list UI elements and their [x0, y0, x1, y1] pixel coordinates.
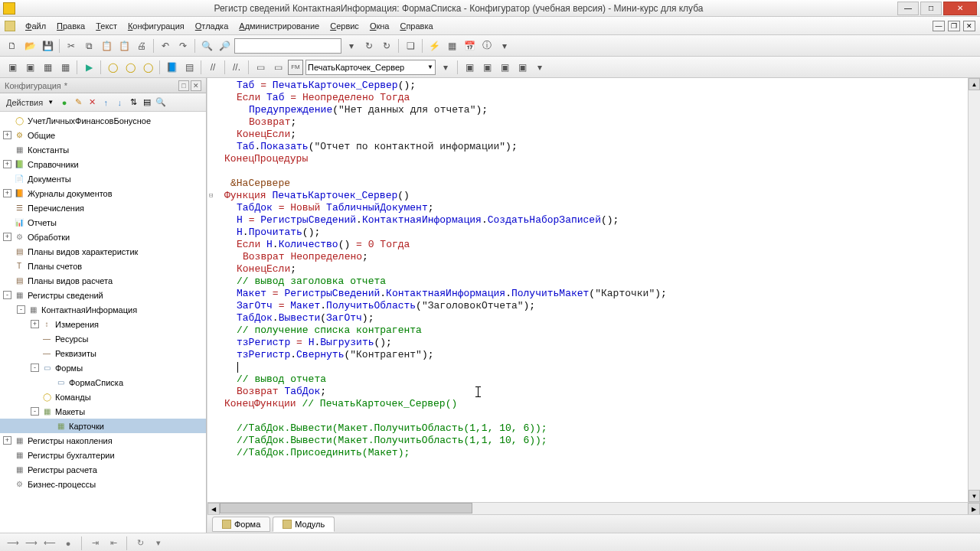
menu-Сервис[interactable]: Сервис: [325, 19, 364, 33]
calendar-icon[interactable]: 📅: [462, 38, 477, 54]
menu-Отладка[interactable]: Отладка: [190, 19, 234, 33]
menu-Справка[interactable]: Справка: [394, 19, 438, 33]
sort-icon[interactable]: ⇅: [127, 96, 139, 109]
panel-close-icon[interactable]: ✕: [191, 80, 201, 91]
tree-item-Планы видов характеристик[interactable]: ▤Планы видов характеристик: [0, 244, 206, 259]
refresh2-icon[interactable]: ↻: [379, 38, 394, 54]
x4-icon[interactable]: ▣: [514, 60, 530, 75]
globe2-icon[interactable]: ◯: [122, 60, 138, 75]
tree-item-Планы видов расчета[interactable]: ▤Планы видов расчета: [0, 273, 206, 288]
close-button[interactable]: ✕: [943, 2, 977, 15]
vertical-scrollbar[interactable]: ▲▼: [968, 78, 980, 502]
db-icon[interactable]: ▣: [5, 60, 20, 75]
expander-icon[interactable]: -: [3, 291, 11, 299]
tree-item-Документы[interactable]: 📄Документы: [0, 171, 206, 186]
code-editor[interactable]: Таб = ПечатьКарточек_Сервер();Если Таб =…: [207, 78, 968, 502]
db4-icon[interactable]: ▦: [57, 60, 73, 75]
slash2-icon[interactable]: //.: [229, 60, 244, 75]
mdi-restore-button[interactable]: ❐: [948, 21, 960, 31]
expander-icon[interactable]: -: [31, 364, 39, 372]
tree-item-Макеты[interactable]: -▦Макеты: [0, 404, 206, 419]
tree-item-Перечисления[interactable]: ☰Перечисления: [0, 201, 206, 215]
tree-item-Команды[interactable]: ◯Команды: [0, 390, 206, 404]
expander-icon[interactable]: +: [3, 160, 11, 168]
tree-item-Константы[interactable]: ▦Константы: [0, 142, 206, 157]
outdent-icon[interactable]: ⇤: [106, 536, 120, 550]
search-input[interactable]: [234, 38, 341, 54]
proc-icon[interactable]: ▭: [253, 60, 268, 75]
tree-item-Регистры расчета[interactable]: ▦Регистры расчета: [0, 462, 206, 477]
config-tree[interactable]: ◯УчетЛичныхФинансовБонусное+⚙Общие▦Конст…: [0, 112, 206, 533]
tree-item-Измерения[interactable]: +↕Измерения: [0, 317, 206, 331]
undo-icon[interactable]: ↶: [158, 38, 173, 54]
redo-icon[interactable]: ↷: [175, 38, 191, 54]
more2-icon[interactable]: ▾: [532, 60, 547, 75]
expander-icon[interactable]: -: [31, 407, 39, 416]
expander-icon[interactable]: +: [3, 189, 11, 197]
slash-icon[interactable]: //: [205, 60, 220, 75]
tree-item-КонтактнаяИнформация[interactable]: -▦КонтактнаяИнформация: [0, 302, 206, 317]
db3-icon[interactable]: ▦: [40, 60, 55, 75]
tree-item-Карточки[interactable]: ▦Карточки: [0, 419, 206, 433]
open-icon[interactable]: 📂: [22, 38, 38, 54]
app-menu-icon[interactable]: [5, 21, 15, 31]
mdi-minimize-button[interactable]: —: [933, 21, 945, 31]
refresh-icon[interactable]: ↻: [361, 38, 377, 54]
tree-item-Обработки[interactable]: +⚙Обработки: [0, 230, 206, 244]
tree-item-Справочники[interactable]: +📗Справочники: [0, 157, 206, 171]
save-icon[interactable]: 💾: [40, 38, 55, 54]
find-icon[interactable]: 🔍: [199, 38, 214, 54]
bp6-icon[interactable]: ▾: [152, 536, 165, 550]
tree-item-Отчеты[interactable]: 📊Отчеты: [0, 215, 206, 230]
down-icon[interactable]: ↓: [113, 96, 126, 109]
menu-Правка[interactable]: Правка: [51, 19, 90, 33]
x3-icon[interactable]: ▣: [497, 60, 512, 75]
actions-menu[interactable]: Действия: [3, 96, 46, 109]
globe1-icon[interactable]: ◯: [105, 60, 120, 75]
copy-icon[interactable]: ⧉: [81, 38, 96, 54]
procedure-combo[interactable]: ПечатьКарточек_Сервер▼: [305, 60, 436, 75]
tree-item-Бизнес-процессы[interactable]: ⚙Бизнес-процессы: [0, 477, 206, 491]
menu-Конфигурация[interactable]: Конфигурация: [122, 19, 190, 33]
fm-icon[interactable]: FM: [288, 60, 303, 75]
minimize-button[interactable]: —: [897, 2, 919, 15]
tree-item-Общие[interactable]: +⚙Общие: [0, 128, 206, 142]
tree-item-Регистры бухгалтерии[interactable]: ▦Регистры бухгалтерии: [0, 448, 206, 462]
bp3-icon[interactable]: ⟵: [43, 536, 57, 550]
cut-icon[interactable]: ✂: [64, 38, 79, 54]
help-icon[interactable]: ⓘ: [479, 38, 495, 54]
edit-icon[interactable]: ✎: [72, 96, 84, 109]
go-icon[interactable]: ▾: [438, 60, 453, 75]
bp1-icon[interactable]: ⟶: [6, 536, 20, 550]
bp2-icon[interactable]: ⟶: [24, 536, 38, 550]
x1-icon[interactable]: ▣: [462, 60, 477, 75]
expander-icon[interactable]: +: [3, 436, 11, 445]
proc2-icon[interactable]: ▭: [270, 60, 286, 75]
tree-item-Ресурсы[interactable]: —Ресурсы: [0, 331, 206, 346]
calc-icon[interactable]: ▦: [444, 38, 459, 54]
globe3-icon[interactable]: ◯: [140, 60, 155, 75]
menu-Администрирование[interactable]: Администрирование: [234, 19, 325, 33]
expander-icon[interactable]: +: [3, 233, 11, 241]
print-icon[interactable]: 🖨: [134, 38, 149, 54]
windows-icon[interactable]: ❏: [403, 38, 418, 54]
horizontal-scrollbar[interactable]: ◀▶: [207, 502, 980, 514]
tree-item-Планы счетов[interactable]: ТПланы счетов: [0, 259, 206, 273]
mdi-close-button[interactable]: ✕: [963, 21, 975, 31]
expander-icon[interactable]: +: [3, 131, 11, 139]
expander-icon[interactable]: -: [17, 305, 25, 314]
tree-item-Реквизиты[interactable]: —Реквизиты: [0, 346, 206, 360]
new-icon[interactable]: 🗋: [5, 38, 20, 54]
maximize-button[interactable]: □: [920, 2, 942, 15]
tab-form[interactable]: Форма: [212, 517, 270, 532]
tree-item-Регистры накопления[interactable]: +▦Регистры накопления: [0, 433, 206, 448]
tree-item-ФормаСписка[interactable]: ▭ФормаСписка: [0, 375, 206, 390]
bp5-icon[interactable]: ↻: [133, 536, 147, 550]
run-icon[interactable]: ▶: [81, 60, 96, 75]
delete-icon[interactable]: ✕: [86, 96, 98, 109]
dropdown-icon[interactable]: ▾: [344, 38, 359, 54]
panel-pin-icon[interactable]: □: [178, 80, 189, 91]
add-icon[interactable]: ●: [58, 96, 70, 109]
tree-item-Формы[interactable]: -▭Формы: [0, 360, 206, 375]
x2-icon[interactable]: ▣: [479, 60, 495, 75]
